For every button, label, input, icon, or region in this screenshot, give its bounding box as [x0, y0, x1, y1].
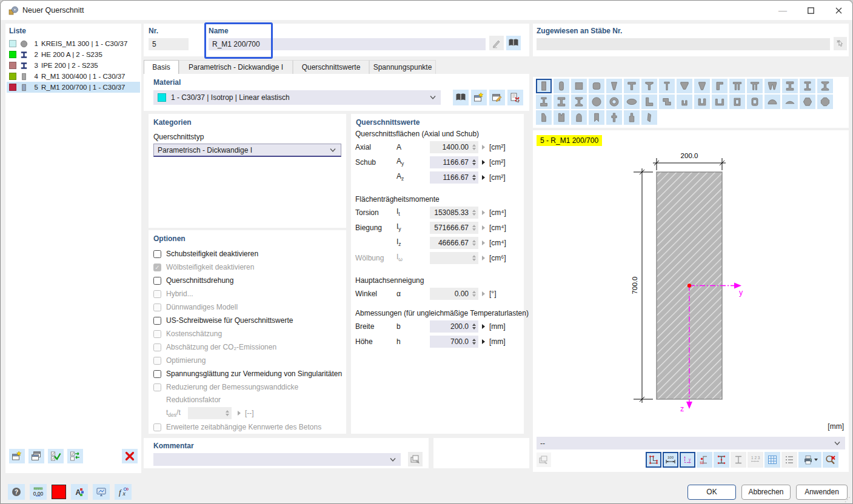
- shape-circular-segment-button[interactable]: [782, 94, 798, 109]
- shape-t-section-tapered-button[interactable]: [641, 79, 657, 93]
- shape-semicircle-button[interactable]: [764, 94, 780, 109]
- detail-button[interactable]: [478, 339, 488, 344]
- shape-double-wedge-button[interactable]: [764, 79, 780, 93]
- value-field[interactable]: 700.0: [430, 336, 478, 348]
- shape-double-t-tapered-button[interactable]: [747, 79, 763, 93]
- shape-rounded-square-button[interactable]: [589, 79, 604, 93]
- select-all-checks-button[interactable]: [48, 449, 64, 463]
- shape-octagon-button[interactable]: [817, 94, 833, 109]
- option-us-schreibweise[interactable]: US-Schreibweise für Querschnittswerte: [153, 314, 344, 327]
- zoom-reset-button[interactable]: [823, 452, 838, 468]
- shape-i-section-narrow-button[interactable]: [800, 79, 815, 93]
- section-list-item[interactable]: 1KREIS_M1 300 | 1 - C30/37: [7, 38, 140, 49]
- close-button[interactable]: [825, 1, 852, 20]
- resize-grip[interactable]: ⋰: [845, 497, 851, 503]
- tab-parametrisch[interactable]: Parametrisch - Dickwandige I: [179, 60, 293, 74]
- comment-templates-button[interactable]: [408, 452, 423, 466]
- option-schubsteifigkeit[interactable]: Schubsteifigkeit deaktivieren: [153, 247, 344, 260]
- invert-checks-button[interactable]: [67, 449, 83, 463]
- material-library-button[interactable]: [453, 90, 469, 105]
- tab-querschnittswerte[interactable]: Querschnittswerte: [293, 60, 369, 74]
- shape-square-button[interactable]: [571, 79, 587, 93]
- shape-i-section-tapered-button[interactable]: [817, 79, 833, 93]
- shape-notched-rectangle-button[interactable]: [554, 110, 569, 125]
- shape-rounded-box-button[interactable]: [747, 94, 763, 109]
- shape-banner-button[interactable]: [589, 110, 604, 125]
- shape-rectangle-button[interactable]: [536, 79, 552, 93]
- name-input[interactable]: R_M1 200/700: [209, 38, 486, 50]
- shape-angle-button[interactable]: [641, 94, 657, 109]
- show-stress-points-button[interactable]: [714, 452, 729, 468]
- section-library-button[interactable]: [506, 36, 521, 50]
- shape-channel-button[interactable]: [694, 94, 710, 109]
- delete-section-button[interactable]: [122, 449, 138, 463]
- section-list-item[interactable]: 3IPE 200 | 2 - S235: [7, 60, 140, 71]
- show-axes-button[interactable]: y: [680, 452, 695, 468]
- value-field[interactable]: 200.0: [430, 320, 478, 333]
- show-grid-button[interactable]: [764, 452, 780, 468]
- section-color-button[interactable]: [52, 485, 66, 499]
- shape-t-section-v-narrow-button[interactable]: [694, 79, 710, 93]
- option-spannungsglaettung[interactable]: Spannungsglättung zur Vermeidung von Sin…: [153, 367, 344, 380]
- print-button[interactable]: [798, 452, 821, 468]
- shape-circle-button[interactable]: [589, 94, 604, 109]
- shape-cut-rectangle-button[interactable]: [536, 110, 552, 125]
- shape-wedge-button[interactable]: [606, 79, 622, 93]
- shape-rounded-rectangle-button[interactable]: [554, 79, 569, 93]
- minimize-button[interactable]: —: [769, 1, 797, 20]
- new-section-button[interactable]: [9, 449, 25, 463]
- caret-down-icon[interactable]: [814, 459, 818, 461]
- shape-i-section-haunched-button[interactable]: [571, 94, 587, 109]
- shape-i-section-button[interactable]: [782, 79, 798, 93]
- shape-double-t-button[interactable]: [729, 79, 745, 93]
- show-points-button[interactable]: [646, 452, 661, 468]
- ok-button[interactable]: OK: [687, 485, 736, 500]
- detail-button[interactable]: [478, 160, 488, 165]
- detail-button[interactable]: [478, 324, 488, 329]
- option-querschnittsdrehung[interactable]: Querschnittsdrehung: [153, 274, 344, 287]
- querschnittstyp-select[interactable]: Parametrisch - Dickwandige I: [153, 144, 341, 157]
- shape-cruciform-button[interactable]: [606, 110, 622, 125]
- screen-view-button[interactable]: [93, 484, 110, 500]
- shape-arched-rectangle-button[interactable]: [571, 110, 587, 125]
- shape-t-section-v-button[interactable]: [677, 79, 692, 93]
- copy-section-button[interactable]: [28, 449, 44, 463]
- shape-channel-small-button[interactable]: [677, 94, 692, 109]
- shape-ellipse-button[interactable]: [624, 94, 640, 109]
- shape-z-section-button[interactable]: [659, 94, 675, 109]
- units-button[interactable]: 0,00: [30, 484, 47, 500]
- shape-t-section-button[interactable]: [624, 79, 640, 93]
- shape-channel-wide-button[interactable]: [712, 94, 728, 109]
- shape-i-section-unsymmetric-button[interactable]: [536, 94, 552, 109]
- show-dimensions-button[interactable]: 100: [663, 452, 678, 468]
- detail-button[interactable]: [478, 175, 488, 180]
- shape-hexagon-button[interactable]: [800, 94, 815, 109]
- tab-basis[interactable]: Basis: [144, 60, 179, 74]
- kommentar-combobox[interactable]: [153, 453, 401, 466]
- show-shear-center-button[interactable]: sc: [697, 452, 712, 468]
- section-list-item[interactable]: 5R_M1 200/700 | 1 - C30/37: [7, 82, 140, 93]
- value-field[interactable]: 1166.67: [430, 171, 478, 184]
- material-edit-button[interactable]: [489, 90, 505, 105]
- shape-i-section-heavy-button[interactable]: [554, 94, 569, 109]
- apply-button[interactable]: Anwenden: [796, 485, 848, 500]
- shape-t-section-slim-button[interactable]: [659, 79, 675, 93]
- result-combobox[interactable]: --: [537, 437, 845, 449]
- material-delete-button[interactable]: [507, 90, 523, 105]
- shape-l-step-button[interactable]: [712, 79, 728, 93]
- section-list-item[interactable]: 2HE 200 A | 2 - S235: [7, 49, 140, 60]
- material-combobox[interactable]: 1 - C30/37 | Isotrop | Linear elastisch: [153, 90, 441, 105]
- section-list-item[interactable]: 4R_M1 300/400 | 1 - C30/37: [7, 71, 140, 82]
- tab-spannungspunkte[interactable]: Spannungspunkte: [369, 60, 436, 74]
- material-new-button[interactable]: [471, 90, 487, 105]
- help-button[interactable]: ?: [8, 484, 25, 500]
- shape-stem-button[interactable]: [624, 110, 640, 125]
- formula-button[interactable]: fx: [115, 484, 132, 500]
- shape-ring-button[interactable]: [606, 94, 622, 109]
- display-settings-button[interactable]: A: [71, 484, 88, 500]
- cancel-button[interactable]: Abbrechen: [741, 485, 791, 500]
- value-field[interactable]: 1166.67: [430, 156, 478, 168]
- maximize-button[interactable]: [797, 1, 825, 20]
- shape-sliver-button[interactable]: [641, 110, 657, 125]
- shape-box-button[interactable]: [729, 94, 745, 109]
